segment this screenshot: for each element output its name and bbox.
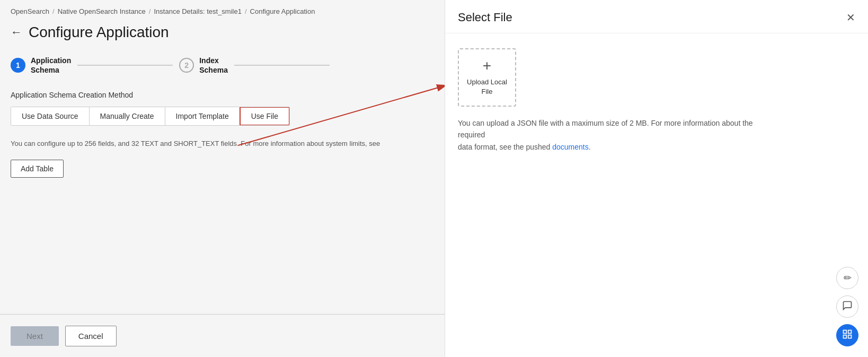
upload-info-link[interactable]: documents — [552, 143, 588, 151]
svg-rect-5 — [848, 335, 852, 338]
back-button[interactable]: ← — [11, 25, 22, 39]
edit-icon: ✏ — [844, 272, 852, 284]
step-2-circle: 2 — [179, 58, 194, 73]
breadcrumb-item-opensearch[interactable]: OpenSearch — [11, 7, 49, 15]
upload-plus-icon: + — [483, 58, 491, 73]
add-table-button[interactable]: Add Table — [11, 160, 64, 178]
svg-rect-3 — [848, 330, 852, 333]
right-panel: Select File ✕ + Upload LocalFile You can… — [445, 0, 868, 357]
svg-rect-2 — [844, 330, 847, 333]
upload-info-text-1: You can upload a JSON file with a maximu… — [458, 119, 753, 139]
content-area: Application Schema Creation Method Use D… — [0, 85, 445, 357]
info-text: You can configure up to 256 fields, and … — [11, 138, 434, 149]
upload-info-text-3: . — [589, 143, 591, 151]
panel-title: Select File — [458, 11, 512, 24]
breadcrumb: OpenSearch / Native OpenSearch Instance … — [0, 0, 445, 21]
tab-group: Use Data Source Manually Create Import T… — [11, 107, 290, 126]
creation-method-label: Application Schema Creation Method — [11, 91, 434, 99]
cancel-button[interactable]: Cancel — [65, 326, 117, 346]
step-1: 1 Application Schema — [11, 56, 71, 75]
breadcrumb-sep-3: / — [245, 7, 247, 15]
upload-box[interactable]: + Upload LocalFile — [458, 48, 516, 107]
upload-info-text-2: data format, see the pushed — [458, 143, 552, 151]
page-header: ← Configure Application — [0, 21, 445, 50]
breadcrumb-sep-2: / — [149, 7, 151, 15]
step-line-1 — [77, 65, 173, 66]
footer-actions: Next Cancel — [11, 326, 117, 346]
step-line-2 — [234, 65, 330, 66]
panel-header: Select File ✕ — [445, 0, 868, 33]
step-1-label: Application Schema — [31, 56, 71, 75]
breadcrumb-item-native[interactable]: Native OpenSearch Instance — [58, 7, 146, 15]
page-title: Configure Application — [29, 24, 169, 41]
grid-fab[interactable] — [836, 324, 858, 346]
next-button[interactable]: Next — [11, 326, 59, 346]
breadcrumb-sep-1: / — [52, 7, 55, 15]
edit-fab[interactable]: ✏ — [836, 267, 858, 289]
tab-manually-create[interactable]: Manually Create — [90, 107, 165, 125]
step-2-label: Index Schema — [199, 56, 228, 75]
fab-group: ✏ — [836, 267, 858, 346]
footer-divider — [0, 314, 445, 315]
stepper: 1 Application Schema 2 Index Schema — [0, 50, 445, 85]
breadcrumb-item-instance[interactable]: Instance Details: test_smile1 — [154, 7, 241, 15]
tab-use-file[interactable]: Use File — [240, 107, 290, 126]
upload-label: Upload LocalFile — [467, 77, 507, 97]
tab-import-template[interactable]: Import Template — [165, 107, 240, 125]
step-1-circle: 1 — [11, 58, 25, 73]
chat-icon — [842, 300, 853, 314]
tab-use-data-source[interactable]: Use Data Source — [11, 107, 90, 125]
chat-fab[interactable] — [836, 295, 858, 318]
upload-info: You can upload a JSON file with a maximu… — [458, 117, 776, 153]
breadcrumb-item-configure: Configure Application — [250, 7, 315, 15]
left-panel: OpenSearch / Native OpenSearch Instance … — [0, 0, 445, 357]
svg-rect-4 — [844, 335, 847, 338]
step-2: 2 Index Schema — [179, 56, 228, 75]
panel-body: + Upload LocalFile You can upload a JSON… — [445, 33, 868, 357]
grid-icon — [842, 329, 853, 342]
close-button[interactable]: ✕ — [846, 12, 855, 23]
